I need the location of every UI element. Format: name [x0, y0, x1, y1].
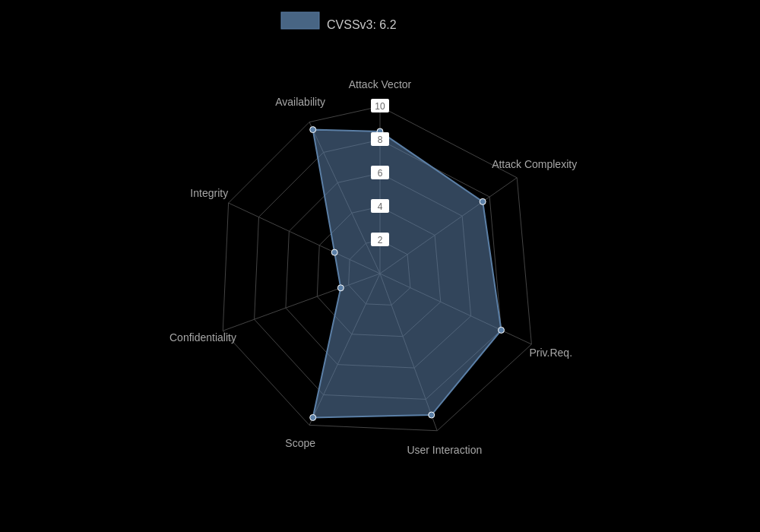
svg-text:4: 4: [378, 201, 383, 212]
svg-text:Availability: Availability: [275, 96, 325, 108]
svg-text:Confidentiality: Confidentiality: [169, 331, 236, 344]
svg-text:Priv.Req.: Priv.Req.: [529, 347, 572, 359]
svg-point-21: [310, 127, 316, 133]
svg-text:10: 10: [375, 101, 385, 112]
svg-text:User Interaction: User Interaction: [407, 444, 482, 456]
svg-point-16: [499, 327, 505, 333]
svg-point-17: [429, 412, 435, 418]
svg-text:Scope: Scope: [285, 437, 315, 449]
svg-point-19: [337, 285, 344, 291]
svg-rect-40: [281, 12, 319, 29]
svg-text:6: 6: [378, 168, 383, 179]
svg-text:CVSSv3: 6.2: CVSSv3: 6.2: [327, 18, 397, 31]
svg-text:Attack Vector: Attack Vector: [349, 78, 412, 90]
svg-marker-13: [313, 130, 502, 418]
svg-point-18: [310, 414, 316, 420]
svg-text:Integrity: Integrity: [190, 187, 228, 199]
svg-point-15: [480, 198, 486, 204]
svg-point-20: [331, 249, 337, 255]
svg-text:2: 2: [378, 235, 383, 245]
chart-container: 246810Attack VectorAttack ComplexityPriv…: [0, 0, 760, 532]
svg-text:Attack Complexity: Attack Complexity: [492, 158, 577, 170]
svg-text:8: 8: [378, 135, 383, 145]
